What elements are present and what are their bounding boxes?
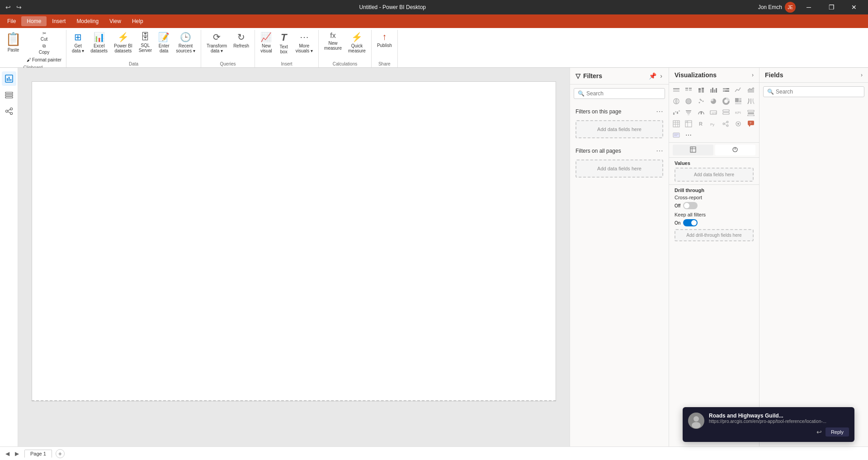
svg-marker-78 <box>749 125 750 127</box>
viz-multi-card[interactable] <box>721 107 731 118</box>
svg-rect-57 <box>748 113 754 114</box>
viz-stacked-col[interactable] <box>696 84 707 95</box>
new-measure-button[interactable]: fx Newmeasure <box>321 30 344 57</box>
viz-format-tab[interactable] <box>715 145 756 155</box>
paste-button[interactable]: 📋 Paste <box>3 30 24 57</box>
viz-funnel[interactable] <box>683 107 694 118</box>
svg-rect-59 <box>673 121 679 127</box>
filters-search-input[interactable] <box>586 90 661 97</box>
viz-table[interactable] <box>671 118 682 129</box>
fields-search-icon: 🔍 <box>767 89 774 95</box>
new-visual-button[interactable]: 📈 Newvisual <box>258 30 275 57</box>
viz-clustered-bar[interactable] <box>683 84 694 95</box>
menu-modeling[interactable]: Modeling <box>71 16 104 26</box>
sql-button[interactable]: 🗄 SQLServer <box>136 30 155 57</box>
publish-button[interactable]: ↑ Publish <box>374 30 395 57</box>
viz-slicer[interactable] <box>745 107 756 118</box>
keep-filters-toggle-row: Keep all filters <box>675 212 754 217</box>
filters-all-pages-header: Filters on all pages ⋯ <box>576 144 663 158</box>
viz-matrix[interactable] <box>683 118 694 129</box>
viz-clustered-col[interactable] <box>708 84 719 95</box>
svg-point-9 <box>10 113 12 115</box>
text-box-button[interactable]: T Textbox <box>276 30 292 57</box>
viz-q-a[interactable]: ? <box>745 118 756 129</box>
refresh-button[interactable]: ↻ Refresh <box>231 30 252 57</box>
viz-ai-insights[interactable] <box>733 118 744 129</box>
fields-search-box[interactable]: 🔍 <box>763 86 864 97</box>
svg-point-8 <box>10 108 12 110</box>
recent-sources-button[interactable]: 🕒 Recentsources ▾ <box>173 30 198 57</box>
viz-filled-map[interactable] <box>683 96 694 107</box>
svg-rect-41 <box>735 103 741 104</box>
page-tab-1[interactable]: Page 1 <box>24 450 52 458</box>
fields-search-input[interactable] <box>776 89 860 95</box>
viz-expand-icon[interactable]: › <box>752 72 754 78</box>
filters-expand-icon[interactable]: › <box>659 71 663 80</box>
viz-100-stacked-bar[interactable] <box>721 84 731 95</box>
close-button[interactable]: ✕ <box>844 0 864 14</box>
viz-r-visual[interactable]: R <box>696 118 707 129</box>
menu-insert[interactable]: Insert <box>47 16 71 26</box>
viz-waterfall[interactable] <box>671 107 682 118</box>
restore-button[interactable]: ❐ <box>821 0 842 14</box>
cross-report-toggle-track[interactable] <box>683 202 698 209</box>
viz-kpi[interactable]: KPI <box>733 107 744 118</box>
viz-decomp-tree[interactable] <box>721 118 731 129</box>
menu-home[interactable]: Home <box>21 16 47 26</box>
svg-point-32 <box>686 99 691 104</box>
viz-line[interactable] <box>733 84 744 95</box>
menu-help[interactable]: Help <box>127 16 149 26</box>
undo-button[interactable]: ↩ <box>4 3 13 12</box>
canvas[interactable] <box>32 81 556 401</box>
svg-rect-83 <box>690 147 696 152</box>
ribbon-group-insert: 📈 Newvisual T Textbox ⋯ Morevisuals ▾ In… <box>255 30 319 67</box>
get-data-button[interactable]: ⊞ Getdata ▾ <box>69 30 87 57</box>
copy-button[interactable]: ⧉ Copy <box>25 42 63 55</box>
filters-pin-icon[interactable]: 📌 <box>648 71 657 80</box>
sidebar-item-data[interactable] <box>2 88 16 102</box>
excel-button[interactable]: 📊 Exceldatasets <box>88 30 110 57</box>
viz-smart-narrative[interactable] <box>671 130 682 141</box>
sidebar-item-model[interactable] <box>2 104 16 118</box>
minimize-button[interactable]: ─ <box>798 0 819 14</box>
enter-data-button[interactable]: 📝 Enterdata <box>156 30 172 57</box>
viz-donut[interactable] <box>721 96 731 107</box>
add-page-button[interactable]: + <box>56 449 65 458</box>
more-visuals-button[interactable]: ⋯ Morevisuals ▾ <box>293 30 316 57</box>
viz-treemap[interactable] <box>733 96 744 107</box>
drill-through-section: Drill through Cross-report Off Keep all … <box>669 184 759 246</box>
viz-stacked-bar[interactable] <box>671 84 682 95</box>
keep-filters-toggle-track[interactable] <box>683 219 698 226</box>
viz-python-visual[interactable]: Py <box>708 118 719 129</box>
viz-area[interactable] <box>745 84 756 95</box>
powerbi-button[interactable]: ⚡ Power BIdatasets <box>111 30 135 57</box>
toast-reply-button[interactable]: Reply <box>826 427 849 437</box>
viz-card[interactable]: 123 <box>708 107 719 118</box>
viz-gauge[interactable] <box>696 107 707 118</box>
fields-panel: Fields › 🔍 <box>760 68 868 446</box>
redo-button[interactable]: ↪ <box>14 3 24 12</box>
menu-view[interactable]: View <box>104 16 127 26</box>
sidebar-item-report[interactable] <box>2 71 16 86</box>
menu-file[interactable]: File <box>2 16 21 26</box>
fields-expand-icon[interactable]: › <box>861 72 863 78</box>
toast-reply-icon[interactable]: ↩ <box>816 428 822 436</box>
prev-page-button[interactable]: ◀ <box>4 450 11 458</box>
cut-button[interactable]: ✂ Cut <box>25 30 63 42</box>
user-avatar[interactable]: JE <box>785 2 796 13</box>
filters-this-page-options[interactable]: ⋯ <box>656 107 663 116</box>
quick-measure-button[interactable]: ⚡ Quickmeasure <box>345 30 368 57</box>
viz-map[interactable] <box>671 96 682 107</box>
new-measure-label: Newmeasure <box>324 41 342 51</box>
viz-ribbon[interactable] <box>745 96 756 107</box>
viz-more[interactable]: ⋯ <box>683 130 694 141</box>
viz-scatter[interactable] <box>696 96 707 107</box>
transform-button[interactable]: ⟳ Transformdata ▾ <box>204 30 230 57</box>
next-page-button[interactable]: ▶ <box>13 450 21 458</box>
filters-search-box[interactable]: 🔍 <box>574 88 665 99</box>
viz-build-tab[interactable] <box>673 145 713 155</box>
svg-rect-12 <box>673 88 679 89</box>
format-painter-button[interactable]: 🖌 Format painter <box>25 55 63 64</box>
filters-all-pages-options[interactable]: ⋯ <box>656 146 663 155</box>
viz-pie[interactable] <box>708 96 719 107</box>
